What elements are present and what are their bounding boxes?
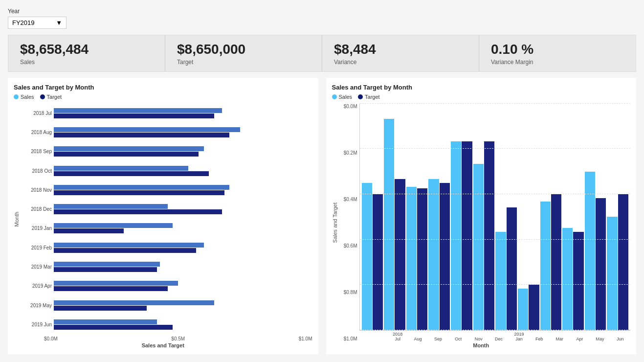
- hbar-bar-sales: [54, 204, 168, 209]
- vbar-month-group: [406, 104, 428, 330]
- kpi-target: $8,650,000 Target: [165, 35, 322, 71]
- hbar-row-bars: [54, 166, 312, 176]
- vbar-y-tick: $0.4M: [340, 197, 357, 202]
- vbar-bar-target: [440, 183, 450, 330]
- vbar-x-tick: Dec: [489, 332, 509, 341]
- vbar-x-axis: 2018JulAugSepOctNovDec2019JanFebMarAprMa…: [359, 332, 631, 341]
- hbar-bar-sales: [54, 281, 178, 286]
- vbar-chart-panel: Sales and Target by Month Sales Target S…: [326, 78, 637, 354]
- kpi-variance-label: Variance: [334, 59, 467, 66]
- vbar-bar-target: [373, 194, 383, 330]
- hbar-row-bars: [54, 243, 312, 253]
- vbar-bar-target: [507, 207, 517, 330]
- hbar-row-label: 2019 Feb: [23, 245, 52, 250]
- vbar-bar-sales: [428, 179, 439, 330]
- vbar-x-tick: May: [590, 332, 610, 341]
- vbar-x-tick: Sep: [428, 332, 448, 341]
- hbar-bar-target: [54, 209, 222, 214]
- vbar-bar-sales: [518, 289, 528, 330]
- hbar-row-label: 2019 Apr: [23, 283, 52, 289]
- vbar-month-group: [585, 104, 606, 330]
- page-container: Year FY2019 ▼ $8,658,484 Sales $8,650,00…: [0, 0, 644, 362]
- vbar-x-tick: Nov: [468, 332, 489, 341]
- hbar-x-tick: $0.5M: [171, 336, 185, 341]
- vbar-month-group: [540, 104, 562, 330]
- hbar-row-bars: [54, 319, 312, 330]
- vbar-bar-target: [462, 141, 472, 330]
- vbar-bar-sales: [384, 119, 394, 331]
- hbar-row: 2018 Dec: [23, 204, 312, 214]
- hbar-row: 2019 Apr: [23, 281, 312, 291]
- vbar-x-tick: Mar: [550, 332, 570, 341]
- hbar-row: 2019 Jun: [23, 319, 312, 330]
- hbar-row: 2018 Sep: [23, 146, 312, 157]
- vbar-target-dot: [358, 94, 363, 99]
- hbar-bar-target: [54, 152, 199, 157]
- hbar-row: 2018 Nov: [23, 185, 312, 195]
- charts-row: Sales and Target by Month Sales Target M…: [8, 78, 636, 354]
- hbar-legend-target-label: Target: [47, 94, 62, 100]
- vbar-month-group: [384, 104, 405, 330]
- kpi-target-value: $8,650,000: [177, 41, 310, 58]
- vbar-x-label: Month: [332, 342, 631, 348]
- vbar-bar-target: [395, 179, 405, 330]
- year-value: FY2019: [12, 19, 35, 26]
- hbar-chart-legend: Sales Target: [14, 94, 312, 100]
- vbar-month-group: [362, 104, 383, 330]
- vbar-bar-sales: [451, 141, 461, 330]
- vbar-bar-target: [551, 194, 561, 330]
- hbar-y-axis-label: Month: [14, 104, 22, 334]
- hbar-rows-area: 2018 Jul2018 Aug2018 Sep2018 Oct2018 Nov…: [23, 104, 312, 334]
- hbar-row-bars: [54, 223, 312, 233]
- hbar-row-bars: [54, 300, 312, 311]
- year-filter-group: Year FY2019 ▼: [8, 8, 67, 29]
- hbar-chart-panel: Sales and Target by Month Sales Target M…: [8, 78, 318, 354]
- hbar-row-label: 2019 Jan: [23, 226, 52, 231]
- vbar-bar-sales: [406, 187, 417, 330]
- hbar-row-label: 2018 Sep: [23, 149, 52, 154]
- vbar-y-tick: $0.0M: [340, 104, 357, 109]
- hbar-legend-sales: Sales: [14, 94, 34, 100]
- vbar-x-tick: Oct: [448, 332, 468, 341]
- hbar-x-axis: $0.0M$0.5M$1.0M: [14, 336, 312, 341]
- vbar-sales-dot: [332, 94, 337, 99]
- hbar-row-label: 2018 Aug: [23, 130, 52, 135]
- vbar-bar-sales: [607, 217, 617, 330]
- kpi-variance-margin-label: Variance Margin: [491, 59, 624, 66]
- kpi-row: $8,658,484 Sales $8,650,000 Target $8,48…: [8, 35, 636, 72]
- vbar-x-tick: 2018Jul: [388, 332, 408, 341]
- hbar-row: 2019 Mar: [23, 262, 312, 272]
- hbar-chart-area: Month 2018 Jul2018 Aug2018 Sep2018 Oct20…: [14, 104, 312, 348]
- hbar-x-tick: $1.0M: [299, 336, 312, 341]
- vbar-bar-sales: [540, 202, 551, 330]
- hbar-row-bars: [54, 146, 312, 157]
- filter-row: Year FY2019 ▼: [8, 8, 636, 29]
- hbar-bar-target: [54, 325, 173, 330]
- hbar-legend-sales-label: Sales: [21, 94, 34, 100]
- vbar-chart-area: Sales and Target $1.0M$0.8M$0.6M$0.4M$0.…: [332, 104, 631, 348]
- vbar-bar-target: [529, 285, 539, 330]
- hbar-x-label: Sales and Target: [14, 342, 312, 348]
- vbar-legend-sales-label: Sales: [339, 94, 353, 100]
- vbar-month-group: [428, 104, 450, 330]
- vbar-month-group: [495, 104, 517, 330]
- hbar-bar-target: [54, 133, 229, 137]
- vbar-axes-wrapper: Sales and Target $1.0M$0.8M$0.6M$0.4M$0.…: [332, 104, 631, 341]
- hbar-row: 2018 Aug: [23, 127, 312, 137]
- vbar-legend-target-label: Target: [365, 94, 380, 100]
- kpi-variance-margin: 0.10 % Variance Margin: [479, 35, 636, 71]
- hbar-bar-sales: [54, 243, 204, 248]
- hbar-bar-sales: [54, 108, 222, 113]
- vbar-month-group: [562, 104, 584, 330]
- vbar-y-tick: $0.6M: [340, 243, 357, 249]
- hbar-row-bars: [54, 204, 312, 214]
- hbar-target-dot: [40, 94, 45, 99]
- hbar-bar-sales: [54, 166, 188, 171]
- year-dropdown[interactable]: FY2019 ▼: [8, 17, 67, 29]
- vbar-x-tick: Feb: [529, 332, 549, 341]
- kpi-target-label: Target: [177, 59, 310, 66]
- hbar-row-label: 2019 Mar: [23, 264, 52, 270]
- vbar-y-ticks: $1.0M$0.8M$0.6M$0.4M$0.2M$0.0M: [340, 104, 359, 341]
- vbar-month-group: [518, 104, 539, 330]
- hbar-bar-sales: [54, 146, 204, 151]
